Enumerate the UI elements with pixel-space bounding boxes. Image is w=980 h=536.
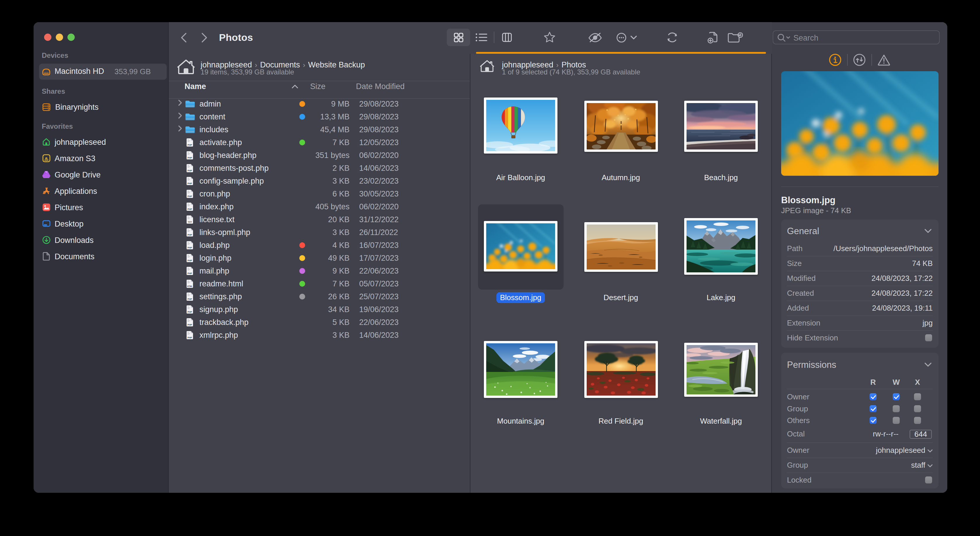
- svg-text:a: a: [45, 156, 48, 161]
